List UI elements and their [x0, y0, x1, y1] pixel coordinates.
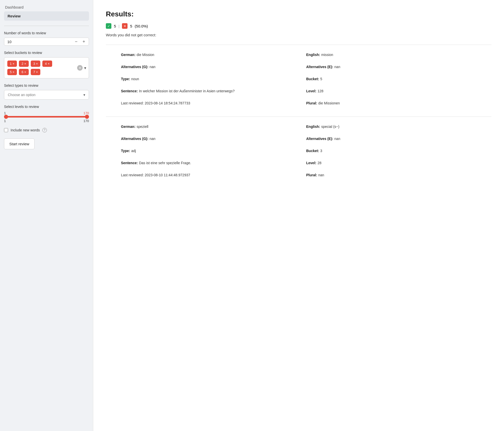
word-2-english: English: special (s~) [306, 124, 476, 129]
buckets-controls: ✕ ▾ [77, 65, 86, 71]
select-types-dropdown[interactable]: Choose an option ▾ [4, 90, 89, 100]
decrement-button[interactable]: − [74, 39, 78, 44]
bucket-tag-5-label: 5 × [10, 70, 14, 74]
wrong-count: 5 [130, 24, 132, 28]
slider-thumb-right[interactable] [85, 115, 89, 119]
bucket-tag-1-label: 1 × [10, 62, 14, 66]
number-words-value: 10 [7, 40, 12, 44]
word-2-alt-g: Alternatives (G): nan [121, 136, 291, 141]
word-2-german-label: German: [121, 125, 136, 129]
word-2-english-label: English: [306, 125, 320, 129]
word-1-sentence: Sentence: In welcher Mission ist der Auß… [121, 89, 291, 93]
include-new-words-help-icon[interactable]: ? [42, 128, 47, 132]
word-2-alt-g-value: nan [149, 137, 155, 141]
sidebar-divider [4, 26, 89, 26]
word-divider-1 [106, 45, 491, 45]
slider-track[interactable] [4, 116, 89, 118]
word-1-last-reviewed: Last reviewed: 2023-08-14 18:54:24.78773… [121, 101, 291, 105]
bucket-tag-2[interactable]: 2 × [19, 61, 28, 67]
word-2-bucket: Bucket: 3 [306, 149, 476, 153]
word-1-bucket-label: Bucket: [306, 77, 319, 81]
word-1-type: Type: noun [121, 77, 291, 81]
sidebar-review-item[interactable]: Review [4, 11, 89, 21]
word-2-type-value: adj [131, 149, 136, 153]
buckets-dropdown-button[interactable]: ▾ [84, 66, 86, 70]
bucket-tag-4-label: 4 × [45, 62, 49, 66]
word-2-last-reviewed-value: Last reviewed: 2023-08-10 11:44:48.97293… [121, 173, 190, 177]
word-2-last-reviewed: Last reviewed: 2023-08-10 11:44:48.97293… [121, 173, 291, 177]
word-2-type-label: Type: [121, 149, 130, 153]
word-1-alt-e-value: nan [334, 65, 340, 69]
word-2-alt-g-label: Alternatives (G): [121, 137, 148, 141]
select-types-arrow-icon: ▾ [83, 93, 85, 97]
word-2-alt-e-label: Alternatives (E): [306, 137, 333, 141]
correct-icon: ✓ [106, 23, 111, 29]
slider-min-bottom-label: 1 [4, 119, 6, 123]
buckets-container: 1 × 2 × 3 × 4 × 5 × 6 × 7 × ✕ ▾ [4, 57, 89, 78]
word-1-alt-e-label: Alternatives (E): [306, 65, 333, 69]
word-1-level: Level: 128 [306, 89, 476, 93]
word-1-bucket: Bucket: 5 [306, 77, 476, 81]
include-new-words-checkbox[interactable] [4, 128, 8, 132]
sidebar-dashboard-link[interactable]: Dashboard [4, 5, 89, 9]
bucket-tag-5[interactable]: 5 × [7, 69, 17, 75]
slider-thumb-left[interactable] [4, 115, 8, 119]
bucket-tag-3-label: 3 × [33, 62, 38, 66]
word-1-german: German: die Mission [121, 52, 291, 57]
slider-min-top-label: 1 [4, 111, 6, 115]
bucket-tag-6[interactable]: 6 × [19, 69, 28, 75]
word-2-sentence: Sentence: Das ist eine sehr spezielle Fr… [121, 161, 291, 165]
score-separator: | [118, 24, 119, 28]
word-1-english-value: mission [321, 53, 333, 57]
word-2-german: German: speziell [121, 124, 291, 129]
word-1-last-reviewed-value: Last reviewed: 2023-08-14 18:54:24.78773… [121, 101, 190, 105]
wrong-icon: ✕ [122, 23, 128, 29]
word-1-plural-label: Plural: [306, 101, 317, 105]
slider-labels-top: 1 170 [4, 111, 89, 115]
word-2-level-label: Level: [306, 161, 316, 165]
bucket-tag-3[interactable]: 3 × [31, 61, 40, 67]
missed-words-label: Words you did not get correct: [106, 33, 491, 37]
word-1-alt-e: Alternatives (E): nan [306, 65, 476, 69]
slider-max-bottom-label: 170 [83, 119, 89, 123]
number-words-input-row: 10 − + [4, 38, 89, 46]
word-2-plural: Plural: nan [306, 173, 476, 177]
word-1-alt-g: Alternatives (G): nan [121, 65, 291, 69]
word-2-bucket-value: 3 [320, 149, 322, 153]
score-percent: (50.0%) [135, 24, 148, 28]
slider-max-top-label: 170 [83, 111, 89, 115]
bucket-tag-1[interactable]: 1 × [7, 61, 17, 67]
results-title: Results: [106, 10, 491, 18]
word-2-level-value: 28 [318, 161, 322, 165]
word-2-alt-e-value: nan [334, 137, 340, 141]
select-levels-label: Select levels to review [4, 105, 89, 109]
buckets-clear-button[interactable]: ✕ [77, 65, 83, 71]
word-2-english-value: special (s~) [321, 125, 339, 129]
start-review-button[interactable]: Start review [4, 138, 35, 149]
word-2-plural-label: Plural: [306, 173, 317, 177]
bucket-tag-7[interactable]: 7 × [31, 69, 40, 75]
number-words-label: Number of words to review [4, 31, 89, 35]
word-1-alt-g-value: nan [149, 65, 155, 69]
word-2-plural-value: nan [318, 173, 324, 177]
increment-button[interactable]: + [82, 39, 86, 44]
number-controls: − + [74, 39, 86, 44]
word-1-type-value: noun [131, 77, 139, 81]
include-new-words-row: Include new words ? [4, 128, 89, 132]
word-card-2: German: speziell English: special (s~) A… [106, 124, 491, 181]
select-types-label: Select types to review [4, 83, 89, 88]
buckets-tags: 1 × 2 × 3 × 4 × 5 × 6 × 7 × [7, 61, 86, 75]
word-2-level: Level: 28 [306, 161, 476, 165]
correct-count: 5 [114, 24, 116, 28]
bucket-tag-4[interactable]: 4 × [42, 61, 52, 67]
word-2-bucket-label: Bucket: [306, 149, 319, 153]
bucket-tag-2-label: 2 × [21, 62, 26, 66]
select-buckets-label: Select buckets to review [4, 51, 89, 55]
word-1-level-value: 128 [318, 89, 323, 93]
slider-labels-bottom: 1 170 [4, 119, 89, 123]
select-types-placeholder: Choose an option [8, 93, 36, 97]
word-1-type-label: Type: [121, 77, 130, 81]
main-content: Results: ✓ 5 | ✕ 5 (50.0%) Words you did… [93, 0, 504, 431]
results-score: ✓ 5 | ✕ 5 (50.0%) [106, 23, 491, 29]
word-divider-2 [106, 117, 491, 117]
